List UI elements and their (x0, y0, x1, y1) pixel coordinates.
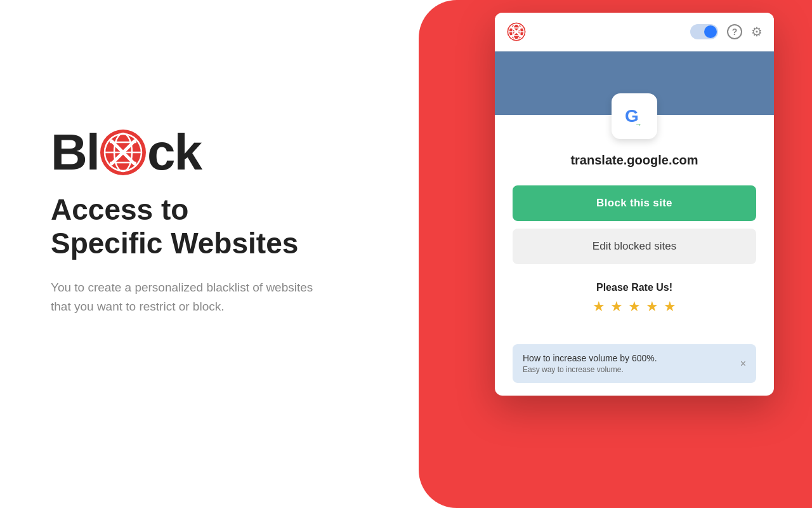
star-2[interactable]: ★ (610, 298, 623, 315)
left-content-area: Bl ck Access to Specific Websites You to… (51, 127, 419, 317)
extension-popup: ? ⚙ G → translate.google.com Block this … (495, 13, 774, 396)
rate-section: Please Rate Us! ★ ★ ★ ★ ★ (513, 282, 756, 315)
site-icon-container: G → (612, 93, 657, 139)
popup-header: ? ⚙ (495, 13, 774, 51)
title-before: Bl (51, 127, 99, 178)
popup-body: translate.google.com Block this site Edi… (495, 115, 774, 344)
svg-text:→: → (635, 121, 642, 128)
notification-subtitle: Easy way to increase volume. (523, 365, 734, 374)
notification-close-button[interactable]: × (740, 358, 746, 370)
help-button[interactable]: ? (727, 24, 742, 39)
settings-button[interactable]: ⚙ (751, 24, 763, 39)
star-1[interactable]: ★ (593, 298, 605, 315)
block-this-site-button[interactable]: Block this site (513, 185, 756, 221)
bottom-notification: How to increase volume by 600%. Easy way… (513, 344, 756, 383)
notification-text-area: How to increase volume by 600%. Easy way… (523, 353, 734, 374)
extension-logo-icon (506, 22, 527, 42)
hero-subtitle: Access to Specific Websites (51, 193, 419, 260)
star-3[interactable]: ★ (628, 298, 641, 315)
star-rating[interactable]: ★ ★ ★ ★ ★ (513, 298, 756, 315)
popup-header-logo (506, 22, 527, 42)
toggle-track (690, 24, 718, 39)
toggle-thumb (704, 25, 717, 38)
hero-title: Bl ck (51, 127, 419, 178)
popup-banner: G → (495, 51, 774, 115)
hero-description: You to create a personalized blacklist o… (51, 278, 317, 317)
title-after: ck (147, 127, 201, 178)
star-4[interactable]: ★ (646, 298, 658, 315)
popup-header-controls: ? ⚙ (690, 24, 763, 39)
enable-toggle[interactable] (690, 24, 718, 39)
site-domain-label: translate.google.com (513, 153, 756, 168)
notification-title: How to increase volume by 600%. (523, 353, 734, 363)
rate-title: Please Rate Us! (513, 282, 756, 293)
edit-blocked-sites-button[interactable]: Edit blocked sites (513, 229, 756, 264)
star-5[interactable]: ★ (664, 298, 676, 315)
globe-block-icon (100, 130, 146, 175)
